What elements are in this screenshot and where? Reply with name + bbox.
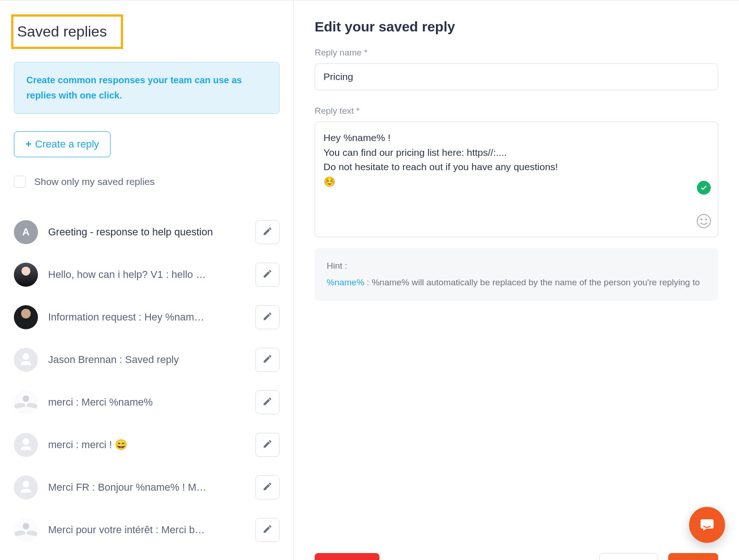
create-reply-button[interactable]: + Create a reply (14, 131, 111, 157)
list-item-label: Jason Brennan : Saved reply (48, 354, 245, 366)
pencil-icon (262, 354, 273, 366)
sidebar: Saved replies Create common responses yo… (0, 0, 294, 560)
hint-variable: %name% (327, 277, 364, 287)
list-item-label: merci : Merci %name% (48, 396, 245, 408)
list-item-label: Greeting - response to help question (48, 226, 245, 238)
list-item[interactable]: merci : merci ! 😄 (14, 424, 279, 466)
edit-button[interactable] (255, 220, 279, 244)
pencil-icon (262, 481, 273, 493)
pencil-icon (262, 226, 273, 238)
list-item[interactable]: AGreeting - response to help question (14, 211, 279, 253)
edit-button[interactable] (255, 348, 279, 372)
svg-point-2 (705, 219, 707, 221)
list-item[interactable]: Merci2 : Merci %name% (14, 551, 279, 560)
pencil-icon (262, 439, 273, 451)
list-item-label: Hello, how can i help? V1 : hello … (48, 269, 245, 281)
reply-name-input[interactable] (315, 63, 718, 90)
reply-text-label: Reply text * (315, 106, 718, 116)
list-item[interactable]: Hello, how can i help? V1 : hello … (14, 253, 279, 296)
list-item[interactable]: Information request : Hey %nam… (14, 296, 279, 338)
pencil-icon (262, 311, 273, 323)
edit-button[interactable] (255, 305, 279, 329)
editor-pane: Edit your saved reply Reply name * Reply… (294, 0, 739, 560)
save-button[interactable]: Save (668, 553, 718, 560)
hint-title: Hint : (327, 258, 706, 273)
cancel-button[interactable]: Cancel (599, 553, 658, 560)
editor-heading: Edit your saved reply (315, 19, 718, 35)
pencil-icon (262, 396, 273, 408)
create-reply-label: Create a reply (35, 138, 99, 150)
list-item[interactable]: Merci FR : Bonjour %name% ! M… (14, 466, 279, 509)
hint-box: Hint : %name% : %name% will automaticall… (315, 248, 718, 301)
svg-point-1 (701, 219, 702, 221)
info-banner: Create common responses your team can us… (14, 62, 279, 114)
editor-footer: Remove Cancel Save (315, 553, 718, 560)
avatar: A (14, 220, 38, 244)
checkbox-icon[interactable] (14, 176, 26, 188)
valid-check-icon (697, 181, 711, 195)
page-title-highlight: Saved replies (11, 14, 123, 49)
avatar (14, 263, 38, 287)
avatar (14, 305, 38, 329)
chat-icon (699, 517, 715, 533)
list-item[interactable]: Merci pour votre intérêt : Merci b… (14, 509, 279, 551)
pencil-icon (262, 269, 273, 281)
avatar (14, 475, 38, 499)
reply-text-input[interactable]: Hey %name% ! You can find our pricing li… (315, 122, 718, 237)
emoji-picker-button[interactable] (696, 213, 712, 231)
edit-button[interactable] (255, 475, 279, 499)
avatar (14, 433, 38, 457)
avatar (14, 518, 38, 542)
list-item-label: Information request : Hey %nam… (48, 311, 245, 323)
edit-button[interactable] (255, 263, 279, 287)
plus-icon: + (25, 138, 31, 150)
chat-fab[interactable] (689, 507, 725, 543)
avatar (14, 390, 38, 414)
list-item[interactable]: merci : Merci %name% (14, 381, 279, 424)
svg-point-0 (697, 215, 711, 228)
edit-button[interactable] (255, 433, 279, 457)
remove-button[interactable]: Remove (315, 553, 379, 560)
reply-name-label: Reply name * (315, 48, 718, 58)
list-item-label: Merci pour votre intérêt : Merci b… (48, 524, 245, 536)
page-title: Saved replies (17, 23, 107, 40)
show-only-mine-toggle[interactable]: Show only my saved replies (14, 176, 279, 188)
saved-replies-list: AGreeting - response to help questionHel… (14, 211, 279, 560)
list-item-label: merci : merci ! 😄 (48, 439, 245, 451)
show-only-mine-label: Show only my saved replies (34, 176, 155, 187)
list-item-label: Merci FR : Bonjour %name% ! M… (48, 481, 245, 493)
hint-text: : %name% will automatically be replaced … (364, 277, 700, 287)
list-item[interactable]: Jason Brennan : Saved reply (14, 338, 279, 381)
avatar (14, 348, 38, 372)
edit-button[interactable] (255, 390, 279, 414)
pencil-icon (262, 524, 273, 536)
edit-button[interactable] (255, 518, 279, 542)
